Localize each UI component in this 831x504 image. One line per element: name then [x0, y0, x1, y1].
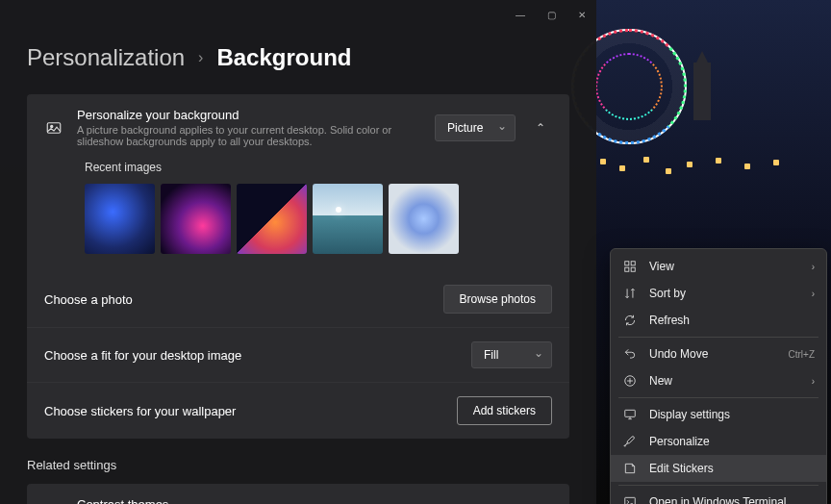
- sort-icon: [622, 286, 638, 301]
- breadcrumb-parent[interactable]: Personalization: [27, 44, 185, 71]
- menu-refresh-label: Refresh: [649, 314, 815, 327]
- menu-undo-shortcut: Ctrl+Z: [789, 349, 816, 360]
- desktop-context-menu: View › Sort by › Refresh Undo Move Ctrl+…: [610, 248, 827, 504]
- breadcrumb: Personalization › Background: [27, 44, 569, 71]
- menu-terminal-label: Open in Windows Terminal: [649, 495, 815, 504]
- chevron-right-icon: ›: [812, 376, 815, 387]
- wallpaper-thumb-5[interactable]: [389, 184, 459, 254]
- chevron-right-icon: ›: [812, 262, 815, 272]
- menu-display-label: Display settings: [649, 408, 815, 421]
- breadcrumb-current: Background: [216, 44, 351, 71]
- choose-photo-label: Choose a photo: [44, 292, 430, 307]
- svg-point-1: [51, 125, 53, 127]
- personalize-header-row[interactable]: Personalize your background A picture ba…: [27, 94, 569, 161]
- menu-sort-label: Sort by: [649, 287, 800, 300]
- settings-window: — ▢ ✕ Personalization › Background Perso…: [0, 0, 596, 504]
- settings-content: Personalization › Background Personalize…: [0, 29, 596, 504]
- svg-rect-5: [625, 262, 629, 265]
- svg-rect-11: [625, 497, 636, 504]
- menu-display-settings[interactable]: Display settings: [611, 401, 826, 428]
- menu-view-label: View: [649, 260, 800, 273]
- terminal-icon: [622, 494, 638, 504]
- city-lights-graphic: [591, 154, 812, 192]
- wallpaper-thumb-3[interactable]: [237, 184, 307, 254]
- fit-row: Choose a fit for your desktop image Fill: [27, 327, 569, 382]
- add-stickers-button[interactable]: Add stickers: [457, 396, 552, 425]
- browse-photos-button[interactable]: Browse photos: [443, 285, 552, 314]
- background-type-dropdown[interactable]: Picture: [435, 114, 516, 141]
- recent-thumbnails: [85, 184, 552, 254]
- display-icon: [622, 407, 638, 422]
- recent-images-section: Recent images: [27, 161, 569, 271]
- menu-separator: [618, 485, 818, 486]
- contrast-title: Contrast themes: [77, 497, 516, 504]
- stickers-row: Choose stickers for your wallpaper Add s…: [27, 382, 569, 439]
- menu-new-label: New: [649, 374, 800, 388]
- minimize-button[interactable]: —: [514, 8, 527, 21]
- menu-personalize[interactable]: Personalize: [611, 428, 826, 455]
- contrast-themes-card[interactable]: Contrast themes Color themes for low vis…: [27, 484, 569, 504]
- maximize-button[interactable]: ▢: [544, 8, 558, 21]
- recent-images-label: Recent images: [85, 161, 552, 174]
- personalize-card: Personalize your background A picture ba…: [27, 94, 569, 439]
- svg-rect-6: [631, 262, 635, 265]
- menu-undo-label: Undo Move: [649, 347, 777, 361]
- personalize-subtitle: A picture background applies to your cur…: [77, 124, 421, 147]
- breadcrumb-separator: ›: [198, 49, 203, 66]
- menu-undo[interactable]: Undo Move Ctrl+Z: [611, 340, 826, 367]
- fit-label: Choose a fit for your desktop image: [44, 348, 458, 363]
- menu-new[interactable]: New ›: [611, 367, 826, 394]
- svg-rect-10: [625, 410, 636, 416]
- contrast-chevron: ›: [529, 500, 552, 505]
- refresh-icon: [622, 313, 638, 328]
- chevron-right-icon: ›: [812, 289, 815, 299]
- picture-icon: [44, 118, 63, 138]
- menu-personalize-label: Personalize: [649, 435, 815, 448]
- view-icon: [622, 259, 638, 274]
- tower-graphic: [693, 63, 711, 120]
- menu-edit-stickers-label: Edit Stickers: [649, 462, 815, 475]
- menu-separator: [618, 337, 818, 338]
- collapse-chevron[interactable]: ⌃: [529, 116, 552, 139]
- related-settings-heading: Related settings: [27, 458, 569, 472]
- stickers-icon: [622, 461, 638, 476]
- new-icon: [622, 373, 638, 389]
- window-titlebar: — ▢ ✕: [0, 0, 596, 29]
- menu-view[interactable]: View ›: [611, 253, 826, 280]
- menu-separator: [618, 397, 818, 398]
- choose-photo-row: Choose a photo Browse photos: [27, 271, 569, 327]
- menu-edit-stickers[interactable]: Edit Stickers: [611, 455, 826, 482]
- personalize-title: Personalize your background: [77, 108, 421, 122]
- svg-rect-8: [631, 267, 635, 271]
- undo-icon: [622, 346, 638, 362]
- svg-rect-7: [625, 267, 629, 271]
- personalize-icon: [622, 434, 638, 449]
- fit-dropdown[interactable]: Fill: [471, 341, 552, 368]
- wallpaper-thumb-2[interactable]: [161, 184, 231, 254]
- menu-terminal[interactable]: Open in Windows Terminal: [611, 489, 826, 504]
- wallpaper-thumb-4[interactable]: [313, 184, 383, 254]
- menu-refresh[interactable]: Refresh: [611, 307, 826, 334]
- wallpaper-thumb-1[interactable]: [85, 184, 155, 254]
- stickers-label: Choose stickers for your wallpaper: [44, 404, 443, 418]
- menu-sort[interactable]: Sort by ›: [611, 280, 826, 307]
- close-button[interactable]: ✕: [575, 8, 589, 21]
